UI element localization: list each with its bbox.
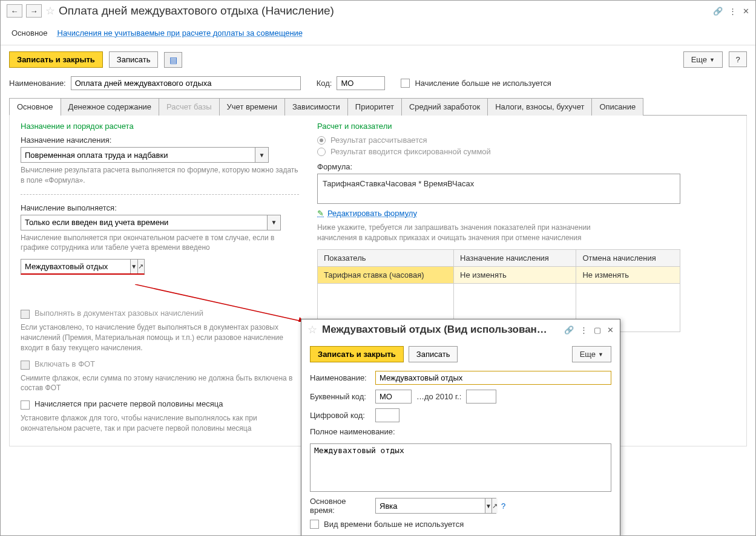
radio-fixed-label: Результат вводится фиксированной суммой	[330, 147, 491, 156]
time-kind-open-icon[interactable]: ↗	[137, 260, 145, 273]
radio-calc-label: Результат рассчитывается	[330, 136, 427, 145]
purpose-select[interactable]	[21, 148, 255, 162]
th-cancel[interactable]: Отмена начисления	[576, 249, 680, 266]
formula-label: Формула:	[317, 162, 735, 171]
radio-calc[interactable]	[317, 136, 326, 145]
dialog-save-close-button[interactable]: Записать и закрыть	[310, 346, 404, 362]
more-button[interactable]: Еще▼	[683, 51, 723, 68]
table-cell[interactable]: Не изменять	[576, 266, 680, 283]
unused-checkbox[interactable]	[401, 79, 410, 88]
tab-desc[interactable]: Описание	[591, 98, 643, 116]
cb3-hint: Установите флажок для того, чтобы начисл…	[21, 413, 299, 434]
cb-first-half[interactable]	[21, 400, 30, 410]
tab-time[interactable]: Учет времени	[219, 98, 285, 116]
tab-tax[interactable]: Налоги, взносы, бухучет	[487, 98, 592, 116]
dialog-name-input[interactable]	[375, 371, 611, 385]
dialog-main-time-select[interactable]	[376, 498, 485, 513]
dialog-maximize-icon[interactable]: ▢	[594, 325, 601, 335]
pre2010-input[interactable]	[466, 390, 496, 404]
forward-button[interactable]: →	[26, 4, 42, 18]
dialog-main-time-open-icon[interactable]: ↗	[491, 498, 498, 513]
formula-box[interactable]: ТарифнаяСтавкаЧасовая * ВремяВЧасах	[317, 174, 680, 204]
pre2010-label: …до 2010 г.:	[416, 392, 461, 401]
exec-select[interactable]	[21, 215, 267, 230]
dialog-save-button[interactable]: Записать	[409, 346, 458, 362]
navtab-link[interactable]: Начисления не учитываемые при расчете до…	[58, 26, 303, 40]
dialog-num-input[interactable]	[375, 408, 399, 422]
tab-money[interactable]: Денежное содержание	[61, 98, 159, 116]
cb-first-half-label: Начисляется при расчете первой половины …	[35, 399, 223, 408]
list-icon-button[interactable]: ▤	[164, 52, 182, 68]
dialog-unused-label: Вид времени больше не используется	[324, 520, 464, 529]
dialog-unused-checkbox[interactable]	[310, 520, 319, 529]
unused-label: Начисление больше не используется	[415, 79, 551, 88]
dialog-close-icon[interactable]: ✕	[607, 325, 614, 335]
navtab-main[interactable]: Основное	[12, 26, 48, 40]
dialog-full-label: Полное наименование:	[310, 427, 395, 436]
table-hint: Ниже укажите, требуется ли запрашивать з…	[317, 223, 596, 243]
tab-deps[interactable]: Зависимости	[284, 98, 348, 116]
save-button[interactable]: Записать	[109, 51, 159, 68]
time-kind-select[interactable]	[21, 260, 130, 273]
table-cell[interactable]: Не изменять	[454, 266, 576, 283]
tab-avg[interactable]: Средний заработок	[401, 98, 488, 116]
help-button[interactable]: ?	[729, 51, 747, 67]
window-title: Оплата дней междувахтового отдыха (Начис…	[59, 4, 334, 18]
close-icon[interactable]: ✕	[743, 7, 749, 16]
menu-icon[interactable]: ⋮	[729, 7, 737, 16]
time-kind-dropdown-icon[interactable]: ▼	[130, 260, 137, 273]
dialog-help-icon[interactable]: ?	[501, 502, 505, 511]
exec-dropdown-icon[interactable]: ▼	[267, 215, 280, 230]
favorite-icon[interactable]: ☆	[45, 4, 55, 18]
name-label: Наименование:	[9, 79, 66, 88]
cb-fot	[21, 361, 30, 370]
dialog-menu-icon[interactable]: ⋮	[580, 325, 588, 335]
dialog-title: Междувахтовый отдых (Вид использован…	[322, 324, 547, 336]
radio-fixed[interactable]	[317, 148, 326, 156]
tab-main[interactable]: Основное	[9, 98, 61, 116]
purpose-dropdown-icon[interactable]: ▼	[255, 148, 268, 162]
tab-base[interactable]: Расчет базы	[159, 98, 220, 116]
cb2-hint: Снимите флажок, если сумма по этому начи…	[21, 373, 299, 394]
dialog-main-time-dropdown-icon[interactable]: ▼	[485, 498, 491, 513]
cb-fot-label: Включать в ФОТ	[35, 359, 95, 368]
save-close-button[interactable]: Записать и закрыть	[9, 51, 103, 68]
dialog-name-label: Наименование:	[310, 373, 370, 382]
right-section-title: Расчет и показатели	[317, 122, 735, 131]
exec-hint: Начисление выполняется при окончательном…	[21, 233, 299, 253]
cb1-hint: Если установлено, то начисление будет вы…	[21, 322, 299, 353]
code-label: Код:	[317, 79, 332, 88]
dialog-favorite-icon[interactable]: ☆	[307, 323, 317, 336]
cb-onetime-label: Выполнять в документах разовых начислени…	[35, 309, 203, 318]
left-section-title: Назначение и порядок расчета	[21, 122, 299, 131]
dialog-full-input[interactable]	[310, 443, 611, 492]
dialog-letter-label: Буквенный код:	[310, 392, 370, 401]
dialog-link-icon[interactable]: 🔗	[564, 325, 574, 335]
th-assign[interactable]: Назначение начисления	[454, 249, 576, 266]
link-icon[interactable]: 🔗	[713, 7, 723, 16]
purpose-hint: Вычисление результата расчета выполняетс…	[21, 165, 299, 186]
edit-formula-link[interactable]: Редактировать формулу	[327, 209, 417, 218]
dialog-letter-input[interactable]	[375, 390, 412, 404]
tab-priority[interactable]: Приоритет	[347, 98, 402, 116]
dialog-num-label: Цифровой код:	[310, 411, 370, 420]
code-input[interactable]	[337, 76, 385, 90]
back-button[interactable]: ←	[7, 4, 22, 18]
cb-onetime	[21, 310, 30, 319]
th-indicator[interactable]: Показатель	[318, 249, 454, 266]
dialog-main-time-label: Основное время:	[310, 497, 370, 515]
table-cell[interactable]: Тарифная ставка (часовая)	[318, 266, 454, 283]
name-input[interactable]	[71, 76, 301, 90]
dialog-more-button[interactable]: Еще▼	[572, 346, 611, 362]
exec-label: Начисление выполняется:	[21, 203, 299, 212]
pencil-icon: ✎	[317, 209, 324, 218]
purpose-label: Назначение начисления:	[21, 136, 299, 145]
